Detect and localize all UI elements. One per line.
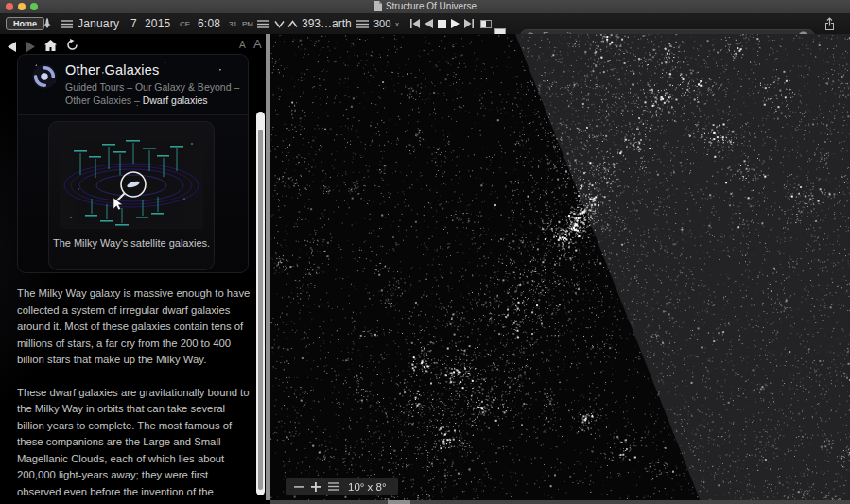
info-pane: A A Other Galaxies Guided Tours – Our Ga…: [0, 34, 270, 504]
paragraph: These dwarf galaxies are gravitationally…: [17, 385, 252, 504]
document-icon: [373, 1, 382, 13]
horizontal-scrollbar-thumb[interactable]: [388, 500, 410, 504]
time-seconds[interactable]: 31: [229, 13, 237, 34]
thumbnail-card[interactable]: The Milky Way's satellite galaxies.: [48, 121, 215, 270]
pane-scrollbar-thumb[interactable]: [258, 130, 263, 490]
tour-description: The Milky Way galaxy is massive enough t…: [17, 286, 252, 504]
location-menu-icon[interactable]: [257, 13, 269, 34]
date-menu-icon[interactable]: [61, 13, 73, 34]
app-window: Structure Of Universe Home January 7 201…: [0, 0, 850, 504]
fov-label: 10° x 8°: [348, 481, 387, 493]
date-day[interactable]: 7: [130, 13, 137, 34]
home-icon[interactable]: [44, 38, 57, 55]
fov-bar: 10° x 8°: [286, 478, 398, 495]
font-decrease-button[interactable]: A: [239, 40, 246, 50]
font-increase-button[interactable]: A: [253, 37, 262, 51]
chevron-up-icon[interactable]: [287, 13, 298, 34]
step-back-button[interactable]: [425, 13, 433, 34]
titlebar: Structure Of Universe: [0, 0, 850, 13]
left-panel-layout-button[interactable]: [480, 20, 492, 28]
paragraph: The Milky Way galaxy is massive enough t…: [17, 286, 252, 369]
window-title-area: Structure Of Universe: [0, 1, 850, 13]
fov-menu-icon[interactable]: [328, 482, 339, 491]
refresh-icon[interactable]: [66, 38, 78, 55]
time-value[interactable]: 6:08: [198, 13, 220, 34]
share-icon[interactable]: [824, 13, 836, 34]
time-rate-value[interactable]: 300: [373, 13, 390, 34]
thumbnail-caption: The Milky Way's satellite galaxies.: [48, 236, 215, 250]
tour-title: Other Galaxies: [65, 62, 160, 78]
time-rate-unit: x: [395, 13, 399, 34]
viewer-location[interactable]: 393…arth: [302, 13, 352, 34]
skip-to-start-button[interactable]: [410, 13, 420, 34]
zoom-in-button[interactable]: [311, 482, 321, 492]
pane-scrollbar-track[interactable]: [256, 112, 265, 495]
galaxy-icon: [31, 63, 58, 94]
date-month[interactable]: January: [78, 13, 119, 34]
play-button[interactable]: [451, 13, 460, 34]
starfield-canvas[interactable]: [270, 34, 850, 504]
date-year[interactable]: 2015: [145, 13, 171, 34]
pane-nav-row: A A: [0, 34, 270, 54]
date-era[interactable]: CE: [180, 13, 190, 34]
rate-menu-icon[interactable]: [356, 13, 369, 34]
home-button[interactable]: Home: [6, 17, 44, 30]
stop-button[interactable]: [438, 13, 446, 34]
zoom-out-button[interactable]: [294, 482, 304, 492]
tour-breadcrumb: Guided Tours – Our Galaxy & Beyond – Oth…: [65, 80, 243, 107]
thumbnail-image[interactable]: [60, 132, 203, 229]
horizontal-scrollbar-track[interactable]: [270, 500, 850, 504]
time-ampm[interactable]: PM: [242, 13, 253, 34]
spaceship-icon[interactable]: [41, 13, 54, 34]
tour-panel-card: Other Galaxies Guided Tours – Our Galaxy…: [17, 54, 249, 273]
window-title: Structure Of Universe: [386, 1, 477, 11]
chevron-down-icon[interactable]: [274, 13, 285, 34]
tour-header[interactable]: Other Galaxies Guided Tours – Our Galaxy…: [18, 55, 248, 115]
main-toolbar: Home January 7 2015 CE 6:08 31 PM 393…ar…: [0, 13, 850, 34]
skip-to-end-button[interactable]: [464, 13, 474, 34]
breadcrumb-current: Dwarf galaxies: [143, 95, 208, 106]
back-button[interactable]: [8, 39, 16, 56]
